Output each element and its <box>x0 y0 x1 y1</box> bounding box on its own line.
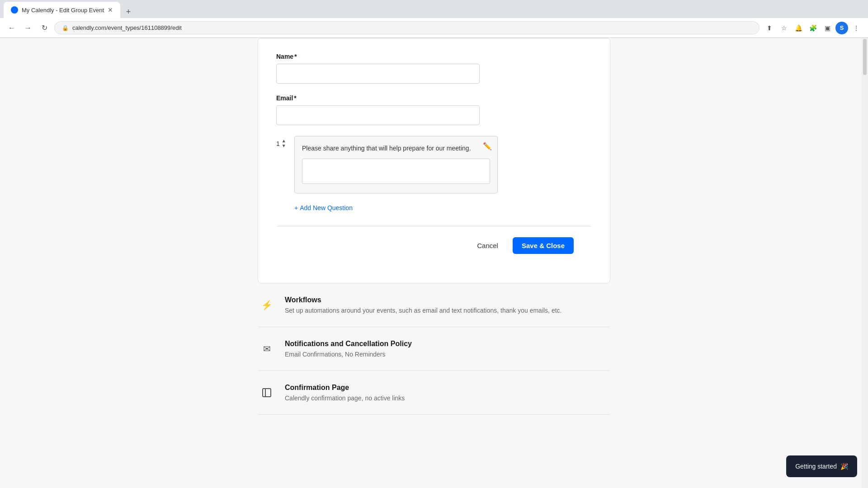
toast-label: Getting started <box>795 463 837 470</box>
question-item: 1 ▲ ▼ ✏️ Please share anything that will… <box>276 136 592 193</box>
browser-tab[interactable]: My Calendly - Edit Group Event ✕ <box>4 2 120 18</box>
notifications-content: Notifications and Cancellation Policy Em… <box>285 340 610 358</box>
forward-button[interactable]: → <box>22 22 34 34</box>
form-card: Name* Email* 1 ▲ <box>258 38 610 283</box>
share-icon[interactable]: ⬆ <box>763 22 776 34</box>
profile-avatar[interactable]: S <box>835 22 848 34</box>
confirmation-icon <box>258 384 276 402</box>
form-footer: Cancel Save & Close <box>276 226 592 265</box>
confirmation-title: Confirmation Page <box>285 384 610 392</box>
scrollbar[interactable] <box>862 38 868 488</box>
menu-icon[interactable]: ⋮ <box>850 22 863 34</box>
workflows-icon: ⚡ <box>258 296 276 314</box>
workflows-content: Workflows Set up automations around your… <box>285 296 610 314</box>
add-question-label: Add New Question <box>300 204 353 211</box>
add-question-plus: + <box>294 204 298 211</box>
sections-area: ⚡ Workflows Set up automations around yo… <box>258 283 610 415</box>
bookmark-icon[interactable]: ☆ <box>778 22 790 34</box>
tab-favicon <box>11 6 18 14</box>
name-field-group: Name* <box>276 53 592 84</box>
notifications-title: Notifications and Cancellation Policy <box>285 340 610 348</box>
workflows-section[interactable]: ⚡ Workflows Set up automations around yo… <box>258 283 610 327</box>
svg-rect-0 <box>263 389 271 397</box>
notification-icon[interactable]: 🔔 <box>792 22 805 34</box>
notifications-section[interactable]: ✉ Notifications and Cancellation Policy … <box>258 327 610 371</box>
question-number-area: 1 ▲ ▼ <box>276 138 291 149</box>
question-number: 1 <box>276 140 280 147</box>
url-bar[interactable]: 🔒 calendly.com/event_types/161108899/edi… <box>54 21 760 34</box>
sidebar-toggle-icon[interactable]: ▣ <box>821 22 834 34</box>
confirmation-content: Confirmation Page Calendly confirmation … <box>285 384 610 402</box>
notifications-desc: Email Confirmations, No Reminders <box>285 351 610 358</box>
tab-close-button[interactable]: ✕ <box>108 6 113 14</box>
confirmation-desc: Calendly confirmation page, no active li… <box>285 394 610 402</box>
question-answer-input[interactable] <box>302 159 490 184</box>
sort-handle[interactable]: ▲ ▼ <box>281 138 287 149</box>
question-text: Please share anything that will help pre… <box>302 144 490 153</box>
add-new-question-button[interactable]: + Add New Question <box>294 204 353 211</box>
question-edit-icon[interactable]: ✏️ <box>483 142 492 150</box>
tab-title: My Calendly - Edit Group Event <box>22 7 104 14</box>
getting-started-toast[interactable]: Getting started 🎉 <box>786 455 857 477</box>
question-box: ✏️ Please share anything that will help … <box>294 136 498 193</box>
reload-button[interactable]: ↻ <box>38 22 51 34</box>
scrollbar-thumb[interactable] <box>863 39 867 75</box>
extension-icon[interactable]: 🧩 <box>807 22 819 34</box>
workflows-title: Workflows <box>285 296 610 304</box>
cancel-button[interactable]: Cancel <box>470 238 505 253</box>
name-input[interactable] <box>276 64 480 84</box>
workflows-desc: Set up automations around your events, s… <box>285 307 610 314</box>
notifications-icon: ✉ <box>258 340 276 358</box>
email-label: Email* <box>276 94 592 102</box>
address-bar: ← → ↻ 🔒 calendly.com/event_types/1611088… <box>0 18 868 38</box>
lock-icon: 🔒 <box>62 25 69 31</box>
new-tab-button[interactable]: + <box>122 5 135 18</box>
name-label: Name* <box>276 53 592 60</box>
url-text: calendly.com/event_types/161108899/edit <box>72 24 182 31</box>
page-content: Name* Email* 1 ▲ <box>0 38 868 488</box>
email-input[interactable] <box>276 105 480 125</box>
toast-emoji: 🎉 <box>840 463 848 470</box>
save-close-button[interactable]: Save & Close <box>513 237 574 254</box>
confirmation-section[interactable]: Confirmation Page Calendly confirmation … <box>258 371 610 415</box>
email-field-group: Email* <box>276 94 592 125</box>
back-button[interactable]: ← <box>5 22 18 34</box>
